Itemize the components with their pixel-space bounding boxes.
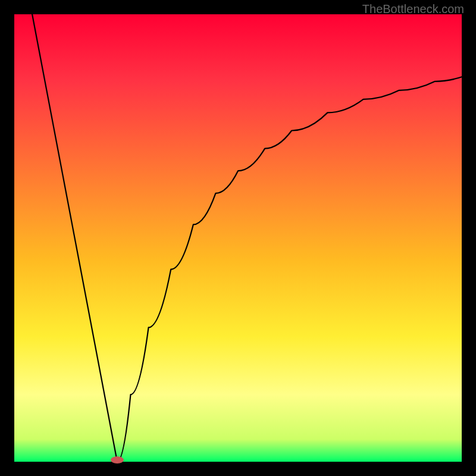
bottleneck-chart bbox=[0, 0, 476, 476]
svg-point-2 bbox=[111, 456, 124, 464]
watermark-text: TheBottleneck.com bbox=[362, 2, 464, 16]
svg-rect-1 bbox=[14, 14, 462, 462]
chart-container: TheBottleneck.com bbox=[0, 0, 476, 476]
